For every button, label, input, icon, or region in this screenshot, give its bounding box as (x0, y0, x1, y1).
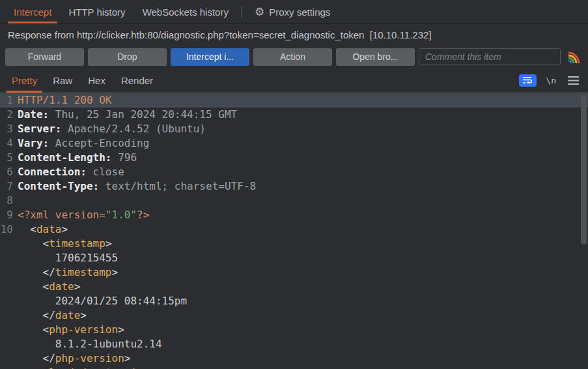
code-line-text: 1706215455 (18, 251, 118, 265)
proxy-settings-label: Proxy settings (269, 7, 330, 18)
line-number: 2 (0, 108, 18, 122)
code-lines: 1HTTP/1.1 200 OK2Date: Thu, 25 Jan 2024 … (0, 93, 588, 369)
code-line[interactable]: 1HTTP/1.1 200 OK (0, 93, 588, 108)
line-number: 5 (0, 151, 18, 165)
proxy-settings-button[interactable]: ⚙ Proxy settings (248, 0, 337, 23)
line-number: 7 (0, 179, 18, 194)
code-line-text: <data> (18, 222, 68, 237)
response-editor[interactable]: 1HTTP/1.1 200 OK2Date: Thu, 25 Jan 2024 … (0, 93, 588, 369)
line-number (0, 366, 18, 369)
intercept-status-line: Response from http://clicker.htb:80/diag… (0, 24, 588, 46)
code-line[interactable]: 8.1.2-1ubuntu2.14 (0, 337, 588, 351)
burp-proxy-intercept-window: Intercept HTTP history WebSockets histor… (0, 0, 588, 369)
code-line-text: <?xml version="1.0"?> (18, 208, 149, 222)
code-line-text: 2024/01/25 08:44:15pm (18, 294, 187, 308)
code-line[interactable]: 1706215455 (0, 251, 588, 265)
code-line-text: 8.1.2-1ubuntu2.14 (18, 337, 162, 351)
code-line[interactable]: 4Vary: Accept-Encoding (0, 136, 588, 151)
gear-icon: ⚙ (255, 7, 264, 18)
intercept-toolbar: Forward Drop Intercept i... Action Open … (0, 46, 588, 68)
code-line[interactable]: <php-version> (0, 323, 588, 337)
line-number: 10 (0, 222, 18, 237)
code-line-text: HTTP/1.1 200 OK (18, 93, 112, 108)
code-line[interactable]: </timestamp> (0, 265, 588, 280)
open-browser-button[interactable]: Open bro... (336, 48, 415, 66)
code-line-text: <php-version> (18, 323, 124, 337)
line-number: 1 (0, 93, 18, 108)
code-line[interactable]: 8 (0, 194, 588, 208)
code-line-text: </timestamp> (18, 265, 118, 280)
line-number (0, 323, 18, 337)
code-line[interactable]: <timestamp> (0, 237, 588, 251)
code-line[interactable]: 2Date: Thu, 25 Jan 2024 20:44:15 GMT (0, 108, 588, 122)
code-line[interactable]: </date> (0, 308, 588, 323)
code-line-text: Date: Thu, 25 Jan 2024 20:44:15 GMT (18, 108, 237, 122)
tab-raw[interactable]: Raw (45, 68, 80, 93)
code-line[interactable]: <date> (0, 280, 588, 294)
tab-pretty[interactable]: Pretty (4, 68, 45, 93)
code-line-text: Content-Type: text/html; charset=UTF-8 (18, 179, 256, 194)
code-line-text: Content-Length: 796 (18, 151, 137, 165)
code-line[interactable]: 10 <data> (0, 222, 588, 237)
code-line[interactable]: 5Content-Length: 796 (0, 151, 588, 165)
line-number (0, 265, 18, 280)
message-view-tabs: Pretty Raw Hex Render \n (0, 68, 588, 93)
show-newlines-toggle[interactable]: \n (546, 76, 556, 85)
line-number: 3 (0, 122, 18, 136)
line-number: 6 (0, 165, 18, 179)
code-line-text: <date> (18, 280, 80, 294)
proxy-tab-bar: Intercept HTTP history WebSockets histor… (0, 0, 588, 24)
line-number (0, 280, 18, 294)
line-number (0, 251, 18, 265)
code-line-text: <loaded-extensions> (18, 366, 162, 369)
tab-hex[interactable]: Hex (80, 68, 113, 93)
tab-http-history[interactable]: HTTP history (60, 0, 133, 23)
editor-scrollbar[interactable] (580, 93, 588, 369)
code-line[interactable]: 6Connection: close (0, 165, 588, 179)
forward-button[interactable]: Forward (5, 48, 84, 66)
tab-intercept[interactable]: Intercept (5, 0, 60, 23)
code-line-text: Server: Apache/2.4.52 (Ubuntu) (18, 122, 206, 136)
code-line[interactable]: 9<?xml version="1.0"?> (0, 208, 588, 222)
code-line[interactable]: 3Server: Apache/2.4.52 (Ubuntu) (0, 122, 588, 136)
code-line-text: </php-version> (18, 351, 130, 366)
code-line-text: Vary: Accept-Encoding (18, 136, 149, 151)
code-line-text: <timestamp> (18, 237, 112, 251)
tab-websockets-history[interactable]: WebSockets history (134, 0, 237, 23)
line-number (0, 337, 18, 351)
line-number (0, 308, 18, 323)
action-button[interactable]: Action (253, 48, 332, 66)
code-line-text: Connection: close (18, 165, 124, 179)
line-number (0, 237, 18, 251)
line-number (0, 294, 18, 308)
drop-button[interactable]: Drop (88, 48, 167, 66)
code-line[interactable]: </php-version> (0, 351, 588, 366)
tab-render[interactable]: Render (113, 68, 161, 93)
tab-bar-divider (241, 6, 242, 18)
word-wrap-toggle[interactable] (519, 74, 537, 87)
code-line[interactable]: 7Content-Type: text/html; charset=UTF-8 (0, 179, 588, 194)
code-line[interactable]: 2024/01/25 08:44:15pm (0, 294, 588, 308)
intercept-toggle-button[interactable]: Intercept i... (171, 48, 249, 66)
comment-input[interactable] (419, 48, 561, 65)
code-line[interactable]: <loaded-extensions> (0, 366, 588, 369)
word-wrap-icon (523, 77, 533, 84)
line-number: 4 (0, 136, 18, 151)
scrollbar-thumb[interactable] (581, 95, 587, 244)
hamburger-icon (568, 76, 579, 85)
highlight-color-icon[interactable] (565, 48, 583, 65)
code-line-text: </date> (18, 308, 87, 323)
line-number (0, 351, 18, 366)
line-number: 9 (0, 208, 18, 222)
editor-menu-button[interactable] (568, 76, 579, 85)
line-number: 8 (0, 194, 18, 208)
